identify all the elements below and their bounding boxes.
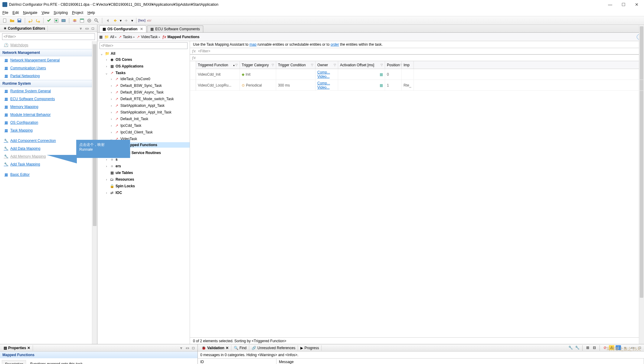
minimize-button[interactable]: —	[606, 2, 614, 7]
open-icon[interactable]	[9, 18, 15, 24]
scrollbar[interactable]	[92, 41, 97, 344]
grid-row[interactable]: VideoCdd_Init ◆Init Comp...Video... ▦ 0	[196, 69, 644, 80]
config-editors-list[interactable]: 🕐Watchdogs Network Management« ▦Network …	[0, 41, 97, 344]
properties-tab[interactable]: ▤Properties✕	[1, 345, 33, 351]
grid-row[interactable]: VideoCdd_LoopRu... ⊙Periodical 300 ms Co…	[196, 80, 644, 91]
filter-icon[interactable]: ▽	[235, 63, 238, 67]
memory-mapping-link[interactable]: ▦Memory Mapping	[0, 103, 97, 111]
view-menu-icon[interactable]: ▿	[623, 345, 628, 350]
bc-tasks[interactable]: ↗Tasks▸	[119, 35, 135, 39]
col-owner[interactable]: Owner▽	[315, 61, 338, 69]
col-triggered-function[interactable]: Triggered Function▴▽	[196, 61, 240, 69]
filter-icon[interactable]: ▽	[311, 63, 313, 67]
search-tb-icon[interactable]	[93, 18, 100, 24]
owner-link[interactable]: Comp...	[317, 81, 336, 85]
tab-ecu-sw[interactable]: ▦ ECU Software Components	[147, 25, 203, 32]
owner-link[interactable]: Video...	[317, 74, 336, 79]
expand-icon[interactable]: ⌄	[105, 71, 108, 75]
new-icon[interactable]	[2, 18, 8, 24]
maximize-view-icon[interactable]: □	[90, 26, 95, 31]
nm-general-link[interactable]: ▦Network Management General	[0, 56, 97, 64]
redo-icon[interactable]	[35, 18, 41, 24]
error-filter-icon[interactable]: ⊘	[602, 345, 608, 350]
menu-scripting[interactable]: Scripting	[54, 11, 68, 15]
dropdown-icon[interactable]: ▸	[115, 35, 117, 38]
os-config-link[interactable]: ▦OS Configuration	[0, 119, 97, 126]
layers-icon[interactable]	[72, 18, 78, 24]
minimize-view-icon[interactable]: ▭	[185, 346, 190, 350]
minimize-view-icon[interactable]: ▭	[630, 345, 635, 350]
info-filter-icon[interactable]: i	[616, 345, 621, 350]
col-position[interactable]: Position▽	[385, 61, 402, 69]
progress-tab[interactable]: ▶Progress	[298, 345, 322, 351]
menu-help[interactable]: Help	[87, 11, 95, 15]
bc-home-icon[interactable]: ▦	[99, 35, 103, 39]
expand-icon[interactable]: ›	[105, 178, 108, 181]
tab-close-icon[interactable]: ✕	[140, 27, 143, 31]
comm-users-link[interactable]: ▦Communication Users	[0, 64, 97, 72]
save-icon[interactable]	[16, 18, 22, 24]
menu-navigate[interactable]: Navigate	[23, 11, 37, 15]
owner-link[interactable]: Video...	[317, 85, 336, 90]
rs-general-link[interactable]: ▦Runtime System General	[0, 87, 97, 95]
network-mgmt-category[interactable]: Network Management«	[0, 49, 97, 56]
filter-icon[interactable]: ▽	[381, 63, 383, 67]
menu-edit[interactable]: Edit	[12, 11, 19, 15]
basic-editor-link[interactable]: ▦Basic Editor	[0, 171, 97, 179]
module-behavior-link[interactable]: ▦Module Internal Behavior	[0, 111, 97, 119]
back-dropdown[interactable]: ▾	[119, 18, 122, 24]
expand-all-icon[interactable]: ⊞	[585, 345, 590, 350]
expand-icon[interactable]: ⌄	[100, 52, 103, 55]
expand-icon[interactable]: ›	[110, 97, 113, 101]
maximize-button[interactable]: ☐	[620, 2, 627, 7]
fwd-arrow-icon[interactable]	[123, 18, 129, 24]
col-imp[interactable]: Imp	[402, 61, 414, 69]
tab-close-icon[interactable]: ✕	[226, 346, 229, 350]
map-link[interactable]: map	[250, 42, 257, 47]
expand-icon[interactable]: ›	[110, 77, 113, 81]
component-icon[interactable]	[60, 18, 67, 24]
grid-body[interactable]: VideoCdd_Init ◆Init Comp...Video... ▦ 0	[190, 69, 644, 337]
collapse-all-icon[interactable]: ⊟	[592, 345, 597, 350]
warning-filter-icon[interactable]: ⚠	[609, 345, 614, 350]
gear-icon[interactable]	[86, 18, 92, 24]
validation-tab[interactable]: 🐞Validation✕	[199, 345, 231, 351]
col-activation-offset[interactable]: Activation Offset [ms]▽	[338, 61, 385, 69]
menu-project[interactable]: Project	[72, 11, 83, 15]
col-trigger-category[interactable]: Trigger Category▽	[240, 61, 276, 69]
generate-icon[interactable]	[53, 18, 59, 24]
expand-icon[interactable]: ›	[110, 131, 113, 134]
maximize-view-icon[interactable]: □	[191, 346, 196, 350]
validate-icon[interactable]	[46, 18, 52, 24]
close-button[interactable]: ✕	[633, 2, 640, 7]
expand-icon[interactable]: ›	[105, 158, 108, 161]
filter-icon[interactable]: ▽	[334, 63, 336, 67]
config-editors-tab[interactable]: ✴ Configuration Editors	[1, 26, 48, 31]
undo-icon[interactable]	[28, 18, 34, 24]
col-id[interactable]: ID	[198, 359, 276, 364]
grid-filter-input[interactable]	[198, 48, 642, 54]
view-menu-icon[interactable]: ▿	[179, 346, 184, 350]
find-tab[interactable]: 🔍Find	[231, 345, 249, 351]
fix-all-icon[interactable]: 🔧	[574, 345, 580, 350]
fwd-dropdown[interactable]: ▾	[131, 18, 134, 24]
menu-file[interactable]: File	[2, 11, 8, 15]
bc-videotask[interactable]: ↗VideoTask▸	[137, 35, 160, 39]
task-mapping-link[interactable]: ▦Task Mapping	[0, 126, 97, 134]
auto-fix-icon[interactable]: 🔧	[568, 345, 573, 350]
menu-view[interactable]: View	[41, 11, 49, 15]
filter-icon[interactable]: ▽	[272, 63, 274, 67]
bc-all[interactable]: 📁All▸	[104, 35, 117, 39]
expand-icon[interactable]: ›	[105, 191, 108, 195]
xyz-icon[interactable]: x/z/	[146, 18, 152, 24]
partial-net-link[interactable]: ▦Partial Networking	[0, 72, 97, 80]
back-arrow-icon[interactable]	[112, 18, 118, 24]
expand-icon[interactable]: ›	[110, 91, 113, 94]
filter-input[interactable]	[2, 33, 95, 40]
watchdogs-link[interactable]: 🕐Watchdogs	[0, 41, 97, 49]
hex-icon[interactable]: [hex]	[139, 18, 145, 24]
maximize-view-icon[interactable]: □	[637, 345, 642, 350]
expand-icon[interactable]: ›	[110, 84, 113, 87]
view-menu-icon[interactable]: ▿	[78, 26, 83, 31]
minimize-view-icon[interactable]: ▭	[84, 26, 89, 31]
